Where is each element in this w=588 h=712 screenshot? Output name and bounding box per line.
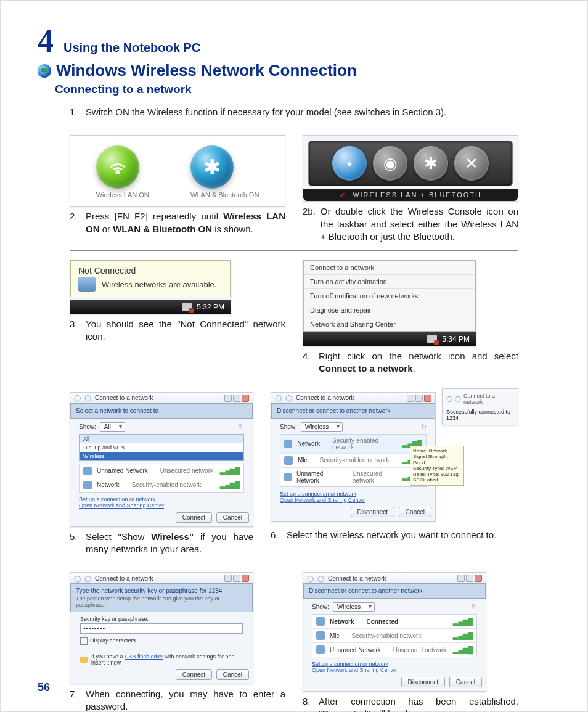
step-7: 7. When connecting, you may have to ente… bbox=[70, 688, 285, 712]
window-title: Connect to a network bbox=[296, 395, 354, 401]
back-icon: ◯ bbox=[74, 395, 81, 401]
step-number: 3. bbox=[70, 318, 81, 343]
separator bbox=[70, 126, 518, 126]
taskbar: 5:34 PM bbox=[303, 332, 476, 346]
cancel-button: Cancel bbox=[216, 669, 249, 680]
link-sharing-center: Open Network and Sharing Center bbox=[79, 502, 244, 509]
network-tray-icon bbox=[427, 335, 437, 343]
dialog-legend: Disconnect or connect to another network bbox=[303, 583, 486, 599]
wireless-lan-on-icon bbox=[96, 145, 139, 189]
dropdown-option: Wireless bbox=[80, 452, 243, 460]
step-number: 1. bbox=[70, 106, 81, 118]
osd-bt-icon: ✱ bbox=[414, 146, 448, 181]
figure-success-popup: ◯◯ Connect to a network Successfully con… bbox=[442, 388, 518, 425]
dialog-legend: Select a network to connect to bbox=[70, 403, 253, 419]
show-select: Wireless bbox=[333, 602, 375, 612]
icon-caption: WLAN & Bluetooth ON bbox=[190, 191, 259, 198]
step-5: 5. Select "Show Wireless" if you have ma… bbox=[70, 531, 253, 556]
network-tray-icon bbox=[182, 303, 192, 311]
network-icon bbox=[78, 277, 96, 292]
figure-wireless-icons: Wireless LAN ON ✱ WLAN & Bluetooth ON bbox=[70, 135, 285, 207]
disconnect-button: Disconnect bbox=[401, 677, 445, 687]
clock: 5:32 PM bbox=[197, 303, 224, 311]
step-8: 8. After connection has been established… bbox=[303, 695, 518, 712]
menu-item: Turn on activity animation bbox=[304, 275, 475, 289]
step-text: Or double click the Wireless Console ico… bbox=[321, 205, 518, 243]
separator bbox=[70, 250, 518, 251]
svg-point-0 bbox=[116, 171, 119, 174]
chapter-number: 4 bbox=[38, 25, 54, 57]
section-title: Windows Wireless Network Connection bbox=[56, 61, 357, 80]
menu-item: Diagnose and repair bbox=[304, 303, 475, 317]
chapter-header: 4 Using the Notebook PC bbox=[38, 25, 550, 57]
step-text: Right click on the network icon and sele… bbox=[319, 350, 518, 375]
dropdown-option: All bbox=[80, 435, 243, 443]
figure-password: ◯◯ Connect to a network Type the network… bbox=[70, 572, 253, 684]
step-4: 4. Right click on the network icon and s… bbox=[303, 350, 518, 375]
figure-context-menu: Connect to a network Turn on activity an… bbox=[303, 260, 476, 346]
globe-icon bbox=[38, 64, 51, 78]
osd-off-icon: ✕ bbox=[454, 146, 489, 181]
step-text: When connecting, you may have to enter a… bbox=[86, 688, 285, 712]
page-number: 56 bbox=[38, 681, 50, 694]
step-number: 8. bbox=[303, 695, 314, 712]
clock: 5:34 PM bbox=[442, 335, 470, 343]
show-label: Show: bbox=[79, 424, 96, 430]
step-text: Press [FN F2] repeatedly until Wireless … bbox=[86, 210, 285, 235]
disconnect-button: Disconnect bbox=[351, 507, 394, 517]
step-6: 6. Select the wireless network you want … bbox=[271, 529, 518, 541]
menu-item: Connect to a network bbox=[304, 261, 475, 275]
osd-wlan-icon: ◉ bbox=[373, 146, 407, 181]
step-number: 2b. bbox=[303, 205, 316, 243]
connect-button: Connect bbox=[176, 669, 212, 680]
show-select: Wireless bbox=[301, 422, 343, 432]
step-2b: 2b. Or double click the Wireless Console… bbox=[303, 205, 518, 243]
step-number: 7. bbox=[70, 688, 81, 712]
cancel-button: Cancel bbox=[216, 512, 249, 523]
step-3: 3. You should see the "Not Connected" ne… bbox=[70, 318, 285, 343]
step-number: 4. bbox=[303, 350, 314, 375]
dropdown-option: Dial-up and VPN bbox=[80, 443, 243, 452]
dialog-legend: Disconnect or connect to another network bbox=[271, 403, 435, 419]
success-msg: Successfully connected to 1234 bbox=[446, 409, 514, 421]
step-2: 2. Press [FN F2] repeatedly until Wirele… bbox=[70, 210, 285, 235]
figure-not-connected: Not Connected Wireless networks are avai… bbox=[70, 260, 231, 314]
section-header: Windows Wireless Network Connection bbox=[38, 61, 550, 80]
password-label: Security key or passphrase: bbox=[80, 616, 243, 622]
step-text: Select "Show Wireless" if you have many … bbox=[86, 531, 253, 556]
icon-caption: Wireless LAN ON bbox=[96, 191, 149, 198]
window-icon: ◯ bbox=[84, 395, 91, 401]
chapter-title: Using the Notebook PC bbox=[63, 41, 200, 55]
separator bbox=[70, 563, 518, 563]
separator bbox=[70, 383, 518, 383]
figure-select-network: ◯◯ Connect to a network Disconnect or co… bbox=[271, 392, 436, 522]
step-text: Select the wireless network you want to … bbox=[287, 529, 518, 541]
figure-connected: ◯◯ Connect to a network Disconnect or co… bbox=[303, 572, 486, 692]
bluetooth-on-icon: ✱ bbox=[190, 145, 234, 189]
taskbar: 5:32 PM bbox=[70, 300, 231, 314]
menu-item: Turn off notification of new networks bbox=[304, 289, 475, 303]
step-text: After connection has been established, "… bbox=[319, 695, 518, 712]
osd-wlan-bt-icon: ⋆ bbox=[332, 146, 367, 181]
subsection-title: Connecting to a network bbox=[55, 83, 550, 96]
figure-osd: ⋆ ◉ ✱ ✕ ✔ WIRELESS LAN + BLUETOOTH bbox=[303, 135, 518, 202]
step-text: You should see the "Not Connected" netwo… bbox=[86, 318, 285, 343]
step-1: 1. Switch ON the Wireless function if ne… bbox=[70, 106, 518, 118]
step-number: 6. bbox=[271, 529, 282, 541]
password-field: •••••••• bbox=[80, 623, 243, 634]
figure-show-wireless: ◯ ◯ Connect to a network Select a networ… bbox=[70, 392, 253, 527]
link-setup: Set up a connection or network bbox=[79, 496, 244, 502]
window-title: Connect to a network bbox=[328, 575, 386, 582]
usb-icon bbox=[80, 657, 88, 663]
step-number: 2. bbox=[70, 210, 81, 235]
cancel-button: Cancel bbox=[449, 677, 482, 687]
show-select: All bbox=[100, 422, 125, 432]
osd-caption: ✔ WIRELESS LAN + BLUETOOTH bbox=[303, 189, 518, 201]
window-title: Connect to a network bbox=[95, 395, 153, 401]
connect-button: Connect bbox=[176, 512, 212, 523]
tooltip-msg: Wireless networks are available. bbox=[102, 280, 216, 289]
step-number: 5. bbox=[70, 531, 81, 556]
tooltip-title: Not Connected bbox=[78, 266, 223, 276]
menu-item: Network and Sharing Center bbox=[304, 317, 475, 331]
cancel-button: Cancel bbox=[399, 507, 431, 517]
